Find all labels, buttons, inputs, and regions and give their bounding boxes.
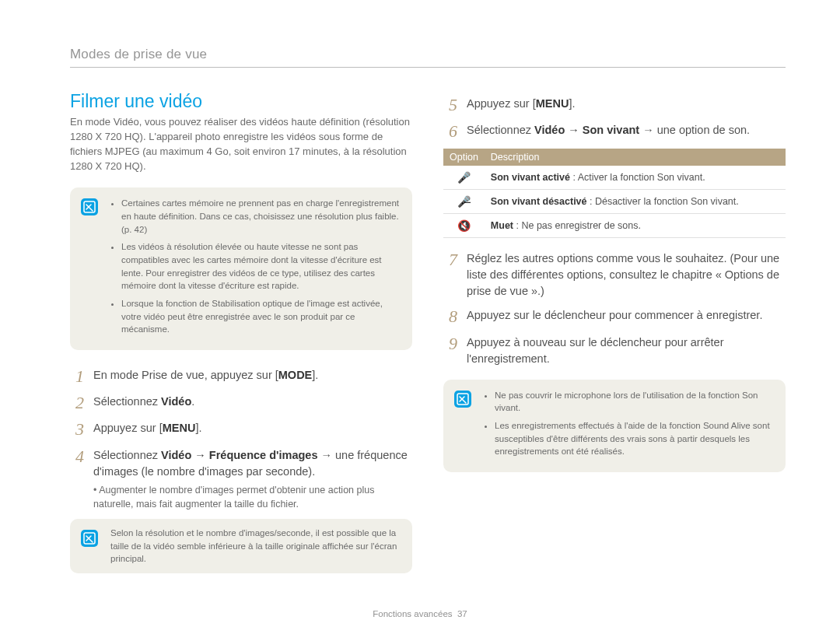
note-item: Les vidéos à résolution élevée ou haute …: [121, 240, 400, 292]
option-desc: : Désactiver la fonction Son vivant.: [587, 196, 739, 207]
note-item: Certaines cartes mémoire ne prennent pas…: [121, 197, 400, 236]
menu-button-label: MENU: [163, 422, 196, 434]
note-icon: [81, 530, 98, 547]
step-8: 8 Appuyez sur le déclencheur pour commen…: [443, 307, 786, 326]
step-text: Appuyez sur le déclencheur pour commence…: [467, 307, 786, 326]
step-subnote: Augmenter le nombre d'images permet d'ob…: [93, 483, 412, 511]
note-item: Lorsque la fonction de Stabilisation opt…: [121, 297, 400, 336]
intro-paragraph: En mode Vidéo, vous pouvez réaliser des …: [70, 115, 412, 173]
step-text: Appuyez sur [: [93, 422, 163, 434]
mic-off-icon: 🎤̶: [443, 190, 485, 214]
step-4: 4 Sélectionnez Vidéo → Fréquence d'image…: [70, 447, 412, 511]
frame-rate-path: Vidéo → Fréquence d'images: [161, 449, 317, 461]
table-row: 🎤̶ Son vivant désactivé : Désactiver la …: [443, 190, 786, 214]
step-3: 3 Appuyez sur [MENU].: [70, 420, 412, 439]
mute-icon: 🔇: [443, 214, 485, 238]
step-5: 5 Appuyez sur [MENU].: [443, 96, 786, 114]
left-column: Filmer une vidéo En mode Vidéo, vous pou…: [70, 91, 412, 590]
step-number: 7: [443, 250, 457, 299]
option-label: Son vivant activé: [491, 172, 570, 183]
step-text: Appuyez à nouveau sur le déclencheur pou…: [467, 335, 786, 367]
notebox-resolution: Selon la résolution et le nombre d'image…: [70, 519, 412, 573]
table-row: 🔇 Muet : Ne pas enregistrer de sons.: [443, 214, 786, 238]
step-text: Sélectionnez: [93, 449, 161, 461]
step-number: 9: [443, 335, 457, 367]
step-6: 6 Sélectionnez Vidéo → Son vivant → une …: [443, 122, 786, 141]
page-number: 37: [457, 609, 467, 618]
right-column: 5 Appuyez sur [MENU]. 6 Sélectionnez Vid…: [443, 91, 786, 590]
table-header-description: Description: [485, 149, 786, 166]
mic-on-icon: 🎤: [443, 166, 485, 190]
step-number: 6: [443, 122, 457, 141]
step-2: 2 Sélectionnez Vidéo.: [70, 394, 412, 412]
option-label: Son vivant désactivé: [491, 196, 587, 207]
notebox-sound-alive: Ne pas couvrir le microphone lors de l'u…: [443, 380, 786, 472]
page-footer: Fonctions avancées 37: [0, 609, 840, 618]
note-icon: [81, 198, 98, 215]
step-number: 3: [70, 420, 84, 439]
table-row: 🎤 Son vivant activé : Activer la fonctio…: [443, 166, 786, 190]
menu-button-label: MENU: [536, 97, 569, 110]
sound-options-table: Option Description 🎤 Son vivant activé :…: [443, 149, 786, 238]
note-text: Selon la résolution et le nombre d'image…: [110, 527, 400, 566]
note-icon: [454, 391, 471, 408]
step-number: 4: [70, 447, 84, 511]
footer-label: Fonctions avancées: [373, 609, 452, 618]
note-item: Les enregistrements effectués à l'aide d…: [495, 419, 773, 458]
section-kicker: Modes de prise de vue: [70, 47, 786, 68]
note-item: Ne pas couvrir le microphone lors de l'u…: [495, 389, 773, 415]
steps-list-right-b: 7 Réglez les autres options comme vous l…: [443, 250, 786, 366]
step-text: → une option de son.: [639, 124, 750, 136]
option-desc: : Activer la fonction Son vivant.: [570, 172, 705, 183]
step-text: Sélectionnez: [467, 124, 534, 136]
step-text: ].: [195, 422, 201, 434]
video-option: Vidéo: [161, 395, 191, 408]
steps-list-right-a: 5 Appuyez sur [MENU]. 6 Sélectionnez Vid…: [443, 96, 786, 141]
step-9: 9 Appuyez à nouveau sur le déclencheur p…: [443, 335, 786, 367]
page-title: Filmer une vidéo: [70, 91, 412, 112]
step-text: .: [191, 395, 194, 408]
option-desc: : Ne pas enregistrer de sons.: [513, 220, 641, 231]
step-text: En mode Prise de vue, appuyez sur [: [93, 369, 278, 381]
notebox-memory-card: Certaines cartes mémoire ne prennent pas…: [70, 187, 412, 350]
option-label: Muet: [491, 220, 513, 231]
mode-button-label: MODE: [278, 369, 313, 381]
step-1: 1 En mode Prise de vue, appuyez sur [MOD…: [70, 367, 412, 386]
step-7: 7 Réglez les autres options comme vous l…: [443, 250, 786, 299]
steps-list-left: 1 En mode Prise de vue, appuyez sur [MOD…: [70, 367, 412, 511]
step-text: Sélectionnez: [93, 395, 161, 408]
sound-alive-path: Vidéo → Son vivant: [534, 124, 639, 136]
step-number: 8: [443, 307, 457, 326]
step-text: ].: [312, 369, 318, 381]
step-text: Réglez les autres options comme vous le …: [467, 250, 786, 299]
step-number: 1: [70, 367, 84, 386]
step-text: ].: [569, 97, 575, 110]
step-number: 5: [443, 96, 457, 114]
step-text: Appuyez sur [: [467, 97, 536, 110]
step-number: 2: [70, 394, 84, 412]
table-header-option: Option: [443, 149, 485, 166]
